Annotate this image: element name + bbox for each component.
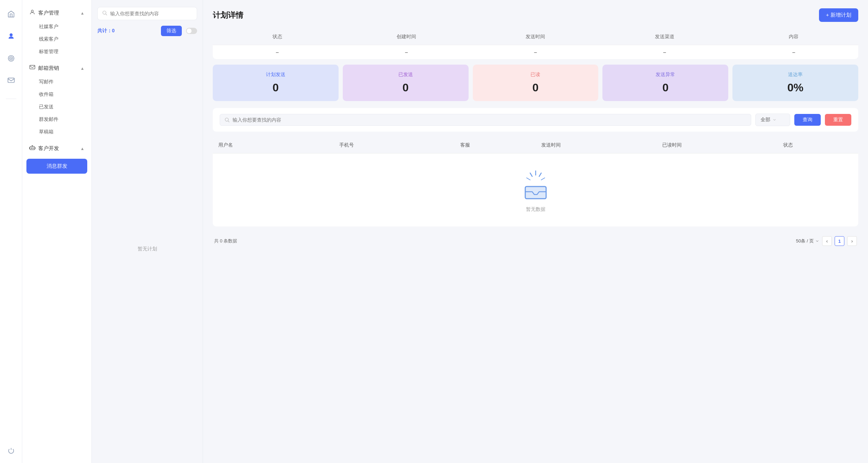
detail-header: 计划详情 + 新增计划	[213, 8, 858, 22]
th-status: 状态	[778, 137, 858, 153]
user-icon[interactable]	[4, 29, 18, 43]
sidebar-header-email[interactable]: 邮箱营销 ▲	[22, 61, 91, 76]
svg-rect-6	[30, 65, 35, 69]
sidebar-item-write-email[interactable]: 写邮件	[22, 76, 91, 88]
pagination-bar: 共 0 条数据 50条 / 页 ‹ 1 ›	[213, 232, 858, 250]
sidebar-item-lead-customers[interactable]: 线索客户	[22, 33, 91, 46]
sf-search-input-wrap[interactable]	[220, 114, 751, 126]
col-header-content: 内容	[729, 29, 858, 45]
stat-value-error: 0	[662, 81, 668, 94]
main-content: 共计：0 筛选 暂无计划 计划详情 + 新增计划 状态 创建时间 发送时间 发送…	[92, 0, 868, 463]
th-cs: 客服	[455, 137, 535, 153]
sidebar-label-email: 邮箱营销	[38, 65, 59, 72]
stat-value-planned: 0	[273, 81, 279, 94]
chevron-icon-email: ▲	[80, 66, 84, 71]
th-read-time: 已读时间	[657, 137, 778, 153]
target-icon[interactable]	[4, 51, 18, 65]
sidebar-item-social-customers[interactable]: 社媒客户	[22, 20, 91, 33]
stat-card-read: 已读 0	[473, 65, 599, 101]
info-table-header: 状态 创建时间 发送时间 发送渠道 内容	[213, 29, 858, 45]
stat-card-sent: 已发送 0	[343, 65, 469, 101]
data-table-header: 用户名 手机号 客服 发送时间 已读时间 状态	[213, 137, 858, 154]
robot-icon	[29, 144, 35, 152]
th-phone: 手机号	[334, 137, 455, 153]
add-plan-button[interactable]: + 新增计划	[819, 8, 858, 22]
page-size-chevron-icon	[815, 239, 819, 243]
col-header-status: 状态	[213, 29, 342, 45]
chevron-down-icon	[772, 118, 777, 122]
prev-page-button[interactable]: ‹	[822, 236, 832, 246]
stat-label-planned: 计划发送	[266, 72, 285, 78]
message-bulk-button[interactable]: 消息群发	[26, 159, 87, 174]
pagination-controls: 50条 / 页 ‹ 1 ›	[796, 236, 857, 246]
sidebar-section-email: 邮箱营销 ▲ 写邮件 收件箱 已发送 群发邮件 草稿箱	[22, 61, 91, 138]
stats-row: 计划发送 0 已发送 0 已读 0 发送异常 0 送达率 0%	[213, 65, 858, 101]
th-send-time: 发送时间	[536, 137, 657, 153]
next-page-button[interactable]: ›	[847, 236, 857, 246]
stat-value-sent: 0	[403, 81, 409, 94]
stat-card-error: 发送异常 0	[602, 65, 728, 101]
home-icon[interactable]	[4, 7, 18, 21]
svg-line-13	[106, 14, 107, 15]
sidebar-item-sent[interactable]: 已发送	[22, 101, 91, 113]
sidebar-section-customer-dev: 客户开发 ▲ 消息群发	[22, 141, 91, 176]
power-icon[interactable]	[7, 447, 15, 456]
pagination-total: 共 0 条数据	[214, 238, 237, 244]
stat-label-read: 已读	[530, 72, 540, 78]
page-title: 计划详情	[213, 10, 243, 20]
reset-button[interactable]: 重置	[825, 114, 851, 126]
filter-row: 共计：0 筛选	[97, 26, 197, 36]
sf-select[interactable]: 全部	[755, 114, 790, 126]
search-filter-bar: 全部 查询 重置	[213, 108, 858, 132]
query-button[interactable]: 查询	[794, 114, 821, 126]
sidebar-item-inbox[interactable]: 收件箱	[22, 88, 91, 101]
message-icon[interactable]	[4, 74, 18, 88]
col-header-create-time: 创建时间	[342, 29, 471, 45]
svg-line-15	[228, 121, 229, 122]
page-size-select[interactable]: 50条 / 页	[796, 238, 819, 244]
sidebar-label-customer: 客户管理	[38, 10, 59, 16]
stat-label-sent: 已发送	[398, 72, 413, 78]
filter-button[interactable]: 筛选	[161, 26, 182, 36]
toggle-switch[interactable]	[186, 28, 197, 34]
th-username: 用户名	[213, 137, 334, 153]
svg-point-0	[10, 34, 12, 36]
stat-value-read: 0	[533, 81, 539, 94]
stat-card-rate: 送达率 0%	[732, 65, 858, 101]
col-val-status: –	[213, 45, 342, 59]
plan-empty-state: 暂无计划	[97, 42, 197, 456]
col-val-content: –	[729, 45, 858, 59]
col-header-send-time: 发送时间	[471, 29, 600, 45]
sf-search-input[interactable]	[233, 117, 747, 123]
filter-count-value: 0	[112, 28, 115, 33]
sidebar-header-customer-dev[interactable]: 客户开发 ▲	[22, 141, 91, 156]
svg-line-18	[530, 173, 532, 176]
plan-detail-panel: 计划详情 + 新增计划 状态 创建时间 发送时间 发送渠道 内容 – – – –…	[203, 0, 868, 463]
plan-search-input[interactable]	[110, 11, 193, 16]
icon-rail	[0, 0, 22, 463]
customer-icon	[29, 9, 35, 17]
sidebar-header-customer[interactable]: 客户管理 ▲	[22, 6, 91, 20]
divider	[6, 99, 16, 99]
col-val-send-time: –	[471, 45, 600, 59]
sf-search-icon	[224, 117, 230, 123]
data-table-body: 暂无数据	[213, 154, 858, 226]
stat-label-error: 发送异常	[656, 72, 675, 78]
sidebar: 客户管理 ▲ 社媒客户 线索客户 标签管理 邮箱营销 ▲ 写邮件 收件箱 已发送…	[22, 0, 92, 463]
plan-list-panel: 共计：0 筛选 暂无计划	[92, 0, 203, 463]
info-table: 状态 创建时间 发送时间 发送渠道 内容 – – – – –	[213, 29, 858, 59]
sidebar-item-tag-management[interactable]: 标签管理	[22, 46, 91, 58]
empty-inbox-illustration	[518, 167, 553, 202]
plan-empty-text: 暂无计划	[138, 246, 157, 252]
current-page: 1	[835, 236, 844, 246]
sf-select-label: 全部	[761, 117, 770, 123]
data-table: 用户名 手机号 客服 发送时间 已读时间 状态	[213, 137, 858, 226]
col-val-create-time: –	[342, 45, 471, 59]
sidebar-section-customer: 客户管理 ▲ 社媒客户 线索客户 标签管理	[22, 6, 91, 58]
stat-label-rate: 送达率	[788, 72, 803, 78]
plan-search-bar[interactable]	[97, 7, 197, 20]
sidebar-item-drafts[interactable]: 草稿箱	[22, 126, 91, 138]
sidebar-item-bulk-email[interactable]: 群发邮件	[22, 113, 91, 126]
svg-line-20	[527, 178, 530, 180]
search-icon	[102, 10, 107, 17]
